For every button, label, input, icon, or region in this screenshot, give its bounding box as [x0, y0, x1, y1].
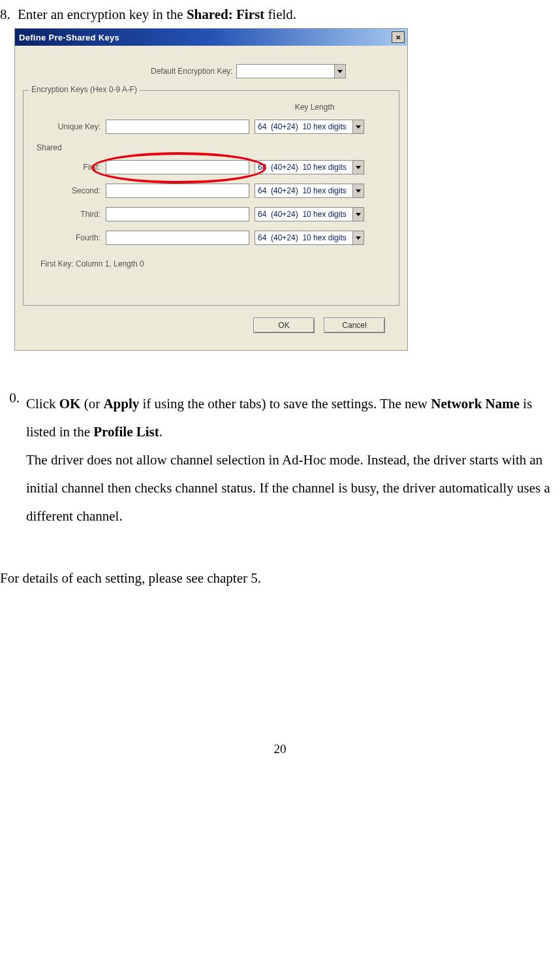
- chevron-down-icon: [356, 166, 361, 169]
- second-key-label: Second:: [30, 186, 101, 195]
- b2: Apply: [103, 396, 139, 412]
- fourth-key-length-input[interactable]: [255, 231, 352, 245]
- chevron-down-icon: [356, 213, 361, 216]
- step8-suffix: field.: [264, 7, 296, 22]
- chevron-down-icon: [337, 70, 343, 73]
- first-combo-dropdown[interactable]: [352, 160, 364, 174]
- fourth-key-label: Fourth:: [30, 233, 101, 242]
- step8-prefix: Enter an encryption key in the: [18, 7, 187, 22]
- b3: Network Name: [431, 396, 520, 412]
- step8-number: 8.: [0, 7, 10, 23]
- first-key-length-combo[interactable]: [255, 160, 364, 174]
- b1: OK: [59, 396, 81, 412]
- footer-line: For details of each setting, please see …: [0, 566, 560, 592]
- unique-key-label: Unique Key:: [30, 122, 101, 131]
- step0-content: Click OK (or Apply if using the other ta…: [26, 390, 560, 530]
- first-key-input[interactable]: [106, 160, 249, 174]
- second-key-input[interactable]: [106, 184, 249, 198]
- t5: .: [159, 424, 163, 440]
- b4: Profile List: [93, 424, 159, 440]
- default-encryption-label: Default Encryption Key:: [151, 67, 232, 76]
- chevron-down-icon: [356, 125, 361, 129]
- first-key-label: First:: [30, 163, 101, 172]
- page-number: 20: [0, 742, 560, 756]
- unique-combo-dropdown[interactable]: [352, 120, 364, 134]
- cancel-button[interactable]: Cancel: [324, 317, 385, 333]
- define-pre-shared-keys-dialog: Define Pre-Shared Keys ✕ Default Encrypt…: [14, 28, 408, 351]
- t1: Click: [26, 396, 59, 412]
- first-key-length-input[interactable]: [255, 160, 352, 174]
- third-key-label: Third:: [30, 210, 101, 219]
- third-key-input[interactable]: [106, 207, 249, 221]
- unique-key-length-combo[interactable]: [255, 120, 364, 134]
- second-key-length-input[interactable]: [255, 184, 352, 198]
- ok-button[interactable]: OK: [253, 317, 315, 333]
- chevron-down-icon: [356, 189, 361, 193]
- dialog-title: Define Pre-Shared Keys: [19, 33, 392, 42]
- unique-key-length-input[interactable]: [255, 120, 352, 134]
- second-key-length-combo[interactable]: [255, 184, 364, 198]
- step8-bold: Shared: First: [187, 7, 264, 22]
- third-combo-dropdown[interactable]: [352, 207, 364, 221]
- third-key-length-combo[interactable]: [255, 207, 364, 221]
- close-icon: ✕: [396, 34, 401, 41]
- step8-text: Enter an encryption key in the Shared: F…: [18, 7, 296, 22]
- t2: (or: [80, 396, 103, 412]
- default-encryption-input[interactable]: [236, 64, 334, 78]
- shared-heading: Shared: [37, 143, 392, 152]
- fourth-key-input[interactable]: [106, 231, 249, 245]
- encryption-keys-group: Encryption Keys (Hex 0-9 A-F) Key Length…: [23, 90, 399, 306]
- group-legend: Encryption Keys (Hex 0-9 A-F): [29, 85, 140, 94]
- second-combo-dropdown[interactable]: [352, 184, 364, 198]
- fourth-key-length-combo[interactable]: [255, 231, 364, 245]
- step0-number: 0.: [0, 390, 20, 530]
- t3: if using the other tabs) to save the set…: [139, 396, 431, 412]
- fourth-combo-dropdown[interactable]: [352, 231, 364, 245]
- close-button[interactable]: ✕: [392, 31, 405, 43]
- step0-para2: The driver does not allow channel select…: [26, 446, 560, 530]
- default-encryption-combo[interactable]: [236, 64, 346, 78]
- third-key-length-input[interactable]: [255, 207, 352, 221]
- chevron-down-icon: [356, 236, 361, 240]
- key-status-line: First Key: Column 1, Length 0: [40, 259, 392, 268]
- titlebar: Define Pre-Shared Keys ✕: [15, 29, 407, 46]
- unique-key-input[interactable]: [106, 120, 249, 134]
- default-combo-dropdown[interactable]: [334, 64, 346, 78]
- key-length-header: Key Length: [260, 103, 369, 112]
